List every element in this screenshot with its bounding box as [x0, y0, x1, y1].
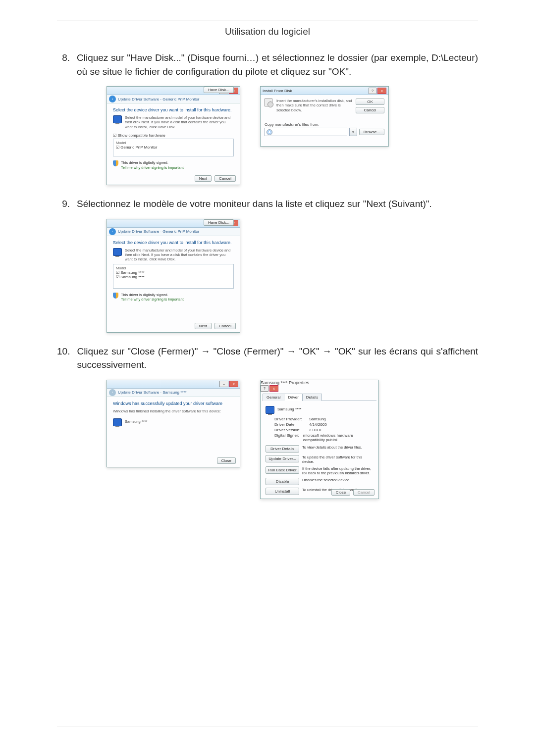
- cd-icon: [267, 129, 272, 135]
- shield-icon: [113, 160, 118, 166]
- next-button[interactable]: Next: [195, 175, 212, 182]
- step-9-number: 9.: [57, 197, 70, 211]
- update-driver-desc: To update the driver software for this d…: [302, 455, 374, 464]
- back-icon[interactable]: ‹: [109, 228, 116, 235]
- signer-label: Digital Signer:: [274, 433, 303, 442]
- step-8: 8. Cliquez sur "Have Disk..." (Disque fo…: [57, 51, 478, 185]
- update-driver-window: – x ‹ Update Driver Software - Generic P…: [107, 86, 240, 185]
- breadcrumb: ‹ Update Driver Software - Generic PnP M…: [107, 95, 240, 103]
- monitor-icon: [113, 418, 122, 426]
- device-name: Samsung ****: [125, 418, 147, 424]
- list-header: Model: [116, 141, 231, 145]
- footer-rule: [57, 726, 478, 726]
- tab-general[interactable]: General: [263, 394, 284, 401]
- dialog-title: Samsung **** Properties: [261, 380, 309, 385]
- list-item: ☑ Samsung ****: [116, 275, 231, 279]
- show-compatible-checkbox[interactable]: ☑ Show compatible hardware: [113, 133, 234, 138]
- breadcrumb-text: Update Driver Software - Generic PnP Mon…: [118, 229, 199, 234]
- signed-text: This driver is digitally signed.: [121, 293, 184, 297]
- browse-button[interactable]: Browse...: [359, 129, 384, 135]
- device-name: Samsung ****: [277, 406, 301, 411]
- disable-desc: Disables the selected device.: [302, 478, 374, 482]
- breadcrumb: ‹ Update Driver Software - Generic PnP M…: [107, 228, 240, 236]
- success-description: Windows has finished installing the driv…: [113, 409, 234, 413]
- titlebar: Samsung **** Properties ? x: [261, 380, 378, 392]
- model-listbox[interactable]: Model ☑ Samsung **** ☑ Samsung ****: [113, 264, 234, 289]
- cancel-button: Cancel: [353, 489, 374, 496]
- install-disk-message: Insert the manufacturer's installation d…: [276, 99, 353, 112]
- shield-icon: [113, 293, 118, 299]
- select-model-window: – x ‹ Update Driver Software - Generic P…: [107, 219, 240, 333]
- date-value: 4/14/2005: [309, 422, 327, 427]
- close-icon[interactable]: x: [229, 381, 238, 387]
- monitor-icon: [113, 248, 122, 256]
- cancel-button[interactable]: Cancel: [214, 175, 236, 182]
- close-icon[interactable]: x: [377, 88, 386, 94]
- list-header: Model: [116, 266, 231, 270]
- provider-value: Samsung: [309, 417, 326, 421]
- disable-button[interactable]: Disable: [266, 478, 299, 485]
- uninstall-button[interactable]: Uninstall: [266, 488, 299, 495]
- step-8-number: 8.: [57, 51, 70, 65]
- back-icon: ‹: [109, 389, 116, 396]
- dialog-title: Install From Disk: [263, 89, 292, 93]
- cancel-button[interactable]: Cancel: [356, 107, 384, 113]
- update-driver-button[interactable]: Update Driver...: [266, 455, 299, 462]
- dropdown-icon[interactable]: ▾: [349, 128, 357, 136]
- have-disk-button[interactable]: Have Disk...: [204, 87, 234, 93]
- titlebar: – x: [107, 380, 240, 389]
- driver-details-button[interactable]: Driver Details: [266, 445, 299, 453]
- have-disk-button[interactable]: Have Disk...: [204, 219, 234, 226]
- tab-details[interactable]: Details: [302, 394, 322, 401]
- drive-combobox[interactable]: [265, 128, 347, 136]
- monitor-icon: [113, 115, 122, 123]
- date-label: Driver Date:: [274, 422, 309, 427]
- provider-label: Driver Provider:: [274, 417, 309, 421]
- monitor-icon: [266, 406, 274, 414]
- tab-driver[interactable]: Driver: [284, 394, 302, 401]
- document-page: Utilisation du logiciel 8. Cliquez sur "…: [0, 0, 535, 756]
- properties-dialog: Samsung **** Properties ? x General Driv…: [260, 380, 379, 499]
- rollback-driver-button[interactable]: Roll Back Driver: [266, 466, 299, 474]
- dialog-heading: Select the device driver you want to ins…: [113, 107, 234, 112]
- help-icon[interactable]: ?: [369, 88, 376, 94]
- copy-from-label: Copy manufacturer's files from:: [265, 122, 384, 127]
- tab-strip: General Driver Details: [263, 393, 376, 401]
- page-title: Utilisation du logiciel: [57, 26, 478, 37]
- help-icon[interactable]: ?: [261, 385, 268, 392]
- install-from-disk-dialog: Install From Disk ? x Insert the manufac…: [260, 86, 389, 147]
- success-window: – x ‹ Update Driver Software - Samsung *…: [107, 380, 240, 467]
- breadcrumb: ‹ Update Driver Software - Samsung ****: [107, 389, 240, 397]
- step-9: 9. Sélectionnez le modèle de votre monit…: [57, 197, 478, 333]
- cancel-button[interactable]: Cancel: [214, 323, 236, 329]
- header-rule: [57, 20, 478, 20]
- step-10: 10. Cliquez sur "Close (Fermer)" → "Clos…: [57, 345, 478, 499]
- signing-info-link[interactable]: Tell me why driver signing is important: [121, 297, 184, 302]
- breadcrumb-text: Update Driver Software - Generic PnP Mon…: [118, 97, 199, 101]
- version-value: 2.0.0.0: [309, 428, 321, 432]
- dialog-heading: Select the device driver you want to ins…: [113, 240, 234, 245]
- signer-value: microsoft windows hardware compatibility…: [303, 433, 374, 442]
- signing-info-link[interactable]: Tell me why driver signing is important: [121, 165, 184, 170]
- model-listbox[interactable]: Model ☑ Generic PnP Monitor: [113, 139, 234, 156]
- ok-button[interactable]: OK: [356, 99, 384, 105]
- back-icon[interactable]: ‹: [109, 96, 116, 102]
- dialog-description: Select the manufacturer and model of you…: [125, 115, 234, 129]
- step-10-number: 10.: [57, 345, 70, 358]
- success-heading: Windows has successfully updated your dr…: [113, 401, 234, 406]
- titlebar: Install From Disk ? x: [261, 87, 388, 95]
- rollback-driver-desc: If the device fails after updating the d…: [302, 466, 374, 475]
- driver-details-desc: To view details about the driver files.: [302, 445, 374, 450]
- minimize-icon[interactable]: –: [219, 381, 228, 387]
- close-button[interactable]: Close: [331, 489, 350, 496]
- next-button[interactable]: Next: [195, 323, 212, 329]
- list-item: ☑ Generic PnP Monitor: [116, 145, 231, 150]
- signed-text: This driver is digitally signed.: [121, 160, 184, 165]
- version-label: Driver Version:: [274, 428, 309, 432]
- close-icon[interactable]: x: [269, 385, 278, 392]
- step-9-text: Sélectionnez le modèle de votre moniteur…: [77, 197, 478, 211]
- step-10-text: Cliquez sur "Close (Fermer)" → "Close (F…: [77, 345, 478, 372]
- list-item: ☑ Samsung ****: [116, 270, 231, 275]
- disk-icon: [265, 99, 273, 107]
- close-button[interactable]: Close: [217, 457, 236, 464]
